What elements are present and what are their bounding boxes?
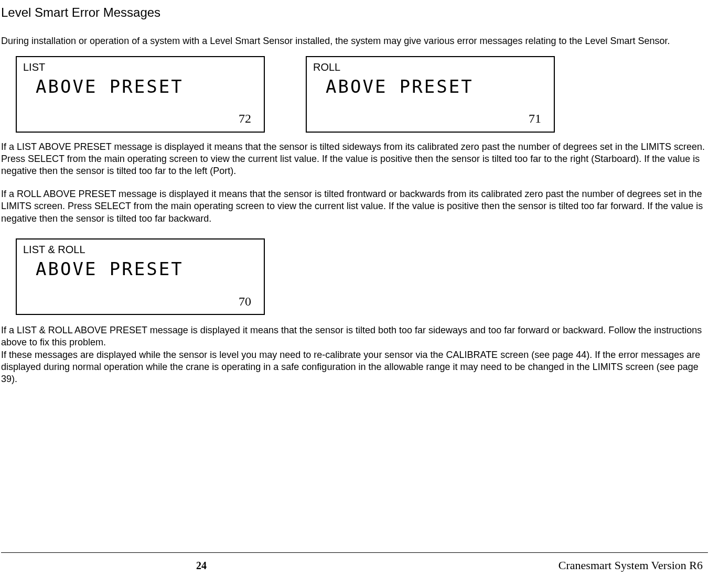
error-panels-row: LIST ABOVE PRESET 72 ROLL ABOVE PRESET 7… [1,56,708,133]
footer-divider [1,552,708,553]
panel-main-listroll: ABOVE PRESET [23,257,257,280]
panel-header-listroll: LIST & ROLL [23,243,257,256]
panel-code-listroll: 70 [239,293,251,310]
list-error-panel: LIST ABOVE PRESET 72 [16,56,265,133]
panel-code-list: 72 [239,111,251,127]
roll-error-panel: ROLL ABOVE PRESET 71 [306,56,555,133]
intro-paragraph: During installation or operation of a sy… [1,35,708,47]
para-calibrate: If these messages are displayed while th… [1,349,708,386]
doc-version: Cranesmart System Version R6 [558,558,703,573]
panel-code-roll: 71 [529,111,541,127]
panel-main-list: ABOVE PRESET [23,75,257,98]
page-number: 24 [196,559,207,572]
page-footer: 24 Cranesmart System Version R6 [1,552,708,573]
list-roll-error-panel: LIST & ROLL ABOVE PRESET 70 [16,238,265,315]
panel-main-roll: ABOVE PRESET [313,75,547,98]
page-title: Level Smart Error Messages [1,4,708,20]
para-roll: If a ROLL ABOVE PRESET message is displa… [1,188,708,225]
panel-header-list: LIST [23,60,257,74]
error-panel-solo: LIST & ROLL ABOVE PRESET 70 [1,238,708,315]
panel-header-roll: ROLL [313,60,547,74]
para-list: If a LIST ABOVE PRESET message is displa… [1,141,708,178]
para-listroll: If a LIST & ROLL ABOVE PRESET message is… [1,324,708,349]
